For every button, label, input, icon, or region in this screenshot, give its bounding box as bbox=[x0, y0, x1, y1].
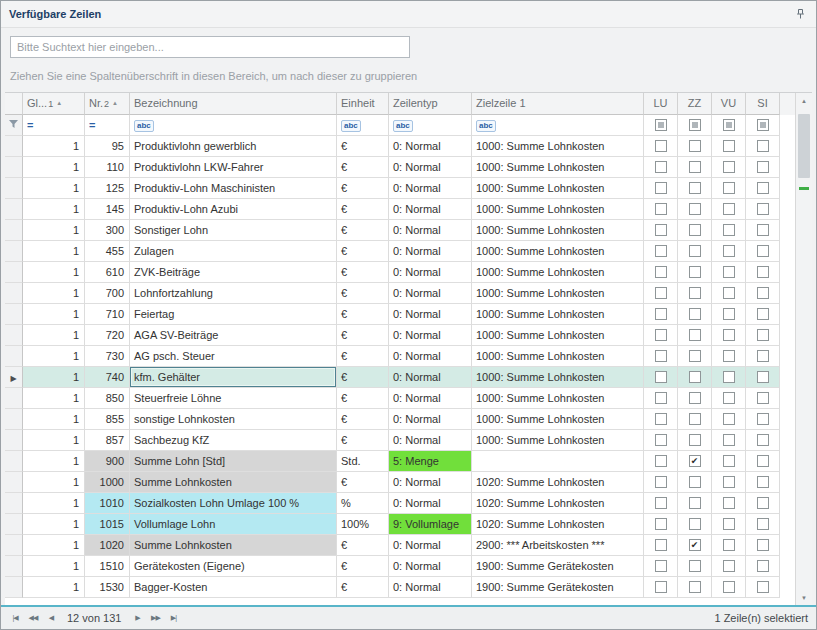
cell-bezeichnung[interactable]: Summe Lohnkosten bbox=[130, 472, 337, 493]
column-header-vu[interactable]: VU bbox=[712, 93, 746, 115]
checked-checkbox[interactable]: ✔ bbox=[689, 539, 701, 551]
cell-nr[interactable]: 455 bbox=[85, 241, 130, 262]
cell-einheit[interactable]: € bbox=[337, 430, 389, 451]
cell-gl[interactable]: 1 bbox=[23, 514, 85, 535]
cell-zz[interactable] bbox=[678, 136, 712, 157]
cell-zeilentyp[interactable]: 0: Normal bbox=[389, 199, 472, 220]
cell-zielzeile[interactable]: 1000: Summe Lohnkosten bbox=[472, 430, 644, 451]
row-indicator[interactable] bbox=[5, 451, 23, 472]
filter-cell-si[interactable] bbox=[746, 115, 780, 136]
cell-si[interactable] bbox=[746, 388, 780, 409]
cell-nr[interactable]: 1010 bbox=[85, 493, 130, 514]
unchecked-checkbox[interactable] bbox=[655, 455, 667, 467]
cell-si[interactable] bbox=[746, 178, 780, 199]
cell-vu[interactable] bbox=[712, 283, 746, 304]
cell-bezeichnung[interactable]: Lohnfortzahlung bbox=[130, 283, 337, 304]
unchecked-checkbox[interactable] bbox=[723, 224, 735, 236]
unchecked-checkbox[interactable] bbox=[757, 518, 769, 530]
unchecked-checkbox[interactable] bbox=[757, 266, 769, 278]
cell-nr[interactable]: 1000 bbox=[85, 472, 130, 493]
filter-cell-name[interactable]: abc bbox=[130, 115, 337, 136]
cell-einheit[interactable]: € bbox=[337, 556, 389, 577]
cell-si[interactable] bbox=[746, 451, 780, 472]
unchecked-checkbox[interactable] bbox=[757, 434, 769, 446]
cell-zeilentyp[interactable]: 0: Normal bbox=[389, 304, 472, 325]
cell-zz[interactable] bbox=[678, 409, 712, 430]
cell-si[interactable] bbox=[746, 556, 780, 577]
cell-einheit[interactable]: € bbox=[337, 577, 389, 598]
cell-zz[interactable] bbox=[678, 346, 712, 367]
cell-bezeichnung[interactable]: Bagger-Kosten bbox=[130, 577, 337, 598]
row-indicator[interactable] bbox=[5, 556, 23, 577]
cell-bezeichnung[interactable]: Sozialkosten Lohn Umlage 100 % bbox=[130, 493, 337, 514]
column-header-target[interactable]: Zielzeile 1 bbox=[472, 93, 644, 115]
cell-einheit[interactable]: € bbox=[337, 535, 389, 556]
unchecked-checkbox[interactable] bbox=[757, 350, 769, 362]
cell-si[interactable] bbox=[746, 220, 780, 241]
unchecked-checkbox[interactable] bbox=[723, 476, 735, 488]
unchecked-checkbox[interactable] bbox=[723, 371, 735, 383]
unchecked-checkbox[interactable] bbox=[689, 140, 701, 152]
cell-lu[interactable] bbox=[644, 493, 678, 514]
filter-cell-lu[interactable] bbox=[644, 115, 678, 136]
cell-zz[interactable] bbox=[678, 472, 712, 493]
row-indicator[interactable] bbox=[5, 430, 23, 451]
cell-nr[interactable]: 700 bbox=[85, 283, 130, 304]
cell-einheit[interactable]: % bbox=[337, 493, 389, 514]
cell-gl[interactable]: 1 bbox=[23, 304, 85, 325]
cell-lu[interactable] bbox=[644, 304, 678, 325]
unchecked-checkbox[interactable] bbox=[723, 413, 735, 425]
cell-nr[interactable]: 850 bbox=[85, 388, 130, 409]
row-indicator[interactable]: ▶ bbox=[5, 367, 23, 388]
cell-einheit[interactable]: € bbox=[337, 283, 389, 304]
scroll-up-button[interactable]: ▲ bbox=[796, 93, 812, 108]
cell-zeilentyp[interactable]: 0: Normal bbox=[389, 493, 472, 514]
unchecked-checkbox[interactable] bbox=[689, 518, 701, 530]
unchecked-checkbox[interactable] bbox=[689, 434, 701, 446]
vertical-scrollbar[interactable]: ▲ ▼ bbox=[795, 93, 812, 605]
cell-lu[interactable] bbox=[644, 577, 678, 598]
cell-lu[interactable] bbox=[644, 220, 678, 241]
cell-zeilentyp[interactable]: 9: Vollumlage bbox=[389, 514, 472, 535]
unchecked-checkbox[interactable] bbox=[689, 350, 701, 362]
cell-vu[interactable] bbox=[712, 472, 746, 493]
cell-zeilentyp[interactable]: 5: Menge bbox=[389, 451, 472, 472]
unchecked-checkbox[interactable] bbox=[689, 497, 701, 509]
cell-lu[interactable] bbox=[644, 430, 678, 451]
cell-si[interactable] bbox=[746, 367, 780, 388]
filter-cell-target[interactable]: abc bbox=[472, 115, 644, 136]
cell-lu[interactable] bbox=[644, 283, 678, 304]
cell-bezeichnung[interactable]: Summe Lohn [Std] bbox=[130, 451, 337, 472]
cell-gl[interactable]: 1 bbox=[23, 325, 85, 346]
cell-zielzeile[interactable]: 1000: Summe Lohnkosten bbox=[472, 409, 644, 430]
unchecked-checkbox[interactable] bbox=[655, 392, 667, 404]
unchecked-checkbox[interactable] bbox=[655, 140, 667, 152]
cell-lu[interactable] bbox=[644, 514, 678, 535]
first-record-button[interactable]: |◀ bbox=[7, 611, 23, 626]
unchecked-checkbox[interactable] bbox=[723, 182, 735, 194]
cell-einheit[interactable]: € bbox=[337, 304, 389, 325]
cell-einheit[interactable]: € bbox=[337, 262, 389, 283]
cell-gl[interactable]: 1 bbox=[23, 220, 85, 241]
cell-zielzeile[interactable]: 1000: Summe Lohnkosten bbox=[472, 283, 644, 304]
pin-icon[interactable] bbox=[792, 6, 808, 22]
filter-cell-zz[interactable] bbox=[678, 115, 712, 136]
cell-si[interactable] bbox=[746, 241, 780, 262]
unchecked-checkbox[interactable] bbox=[757, 203, 769, 215]
cell-zz[interactable] bbox=[678, 199, 712, 220]
column-header-lu[interactable]: LU bbox=[644, 93, 678, 115]
unchecked-checkbox[interactable] bbox=[723, 329, 735, 341]
unchecked-checkbox[interactable] bbox=[723, 140, 735, 152]
cell-bezeichnung[interactable]: Steuerfreie Löhne bbox=[130, 388, 337, 409]
cell-si[interactable] bbox=[746, 535, 780, 556]
cell-zz[interactable] bbox=[678, 388, 712, 409]
cell-zielzeile[interactable]: 1000: Summe Lohnkosten bbox=[472, 346, 644, 367]
unchecked-checkbox[interactable] bbox=[689, 245, 701, 257]
cell-nr[interactable]: 1015 bbox=[85, 514, 130, 535]
filter-cell-gl[interactable]: = bbox=[23, 115, 85, 136]
cell-zeilentyp[interactable]: 0: Normal bbox=[389, 178, 472, 199]
cell-si[interactable] bbox=[746, 136, 780, 157]
cell-zielzeile[interactable]: 1000: Summe Lohnkosten bbox=[472, 325, 644, 346]
unchecked-checkbox[interactable] bbox=[757, 245, 769, 257]
row-indicator[interactable] bbox=[5, 136, 23, 157]
